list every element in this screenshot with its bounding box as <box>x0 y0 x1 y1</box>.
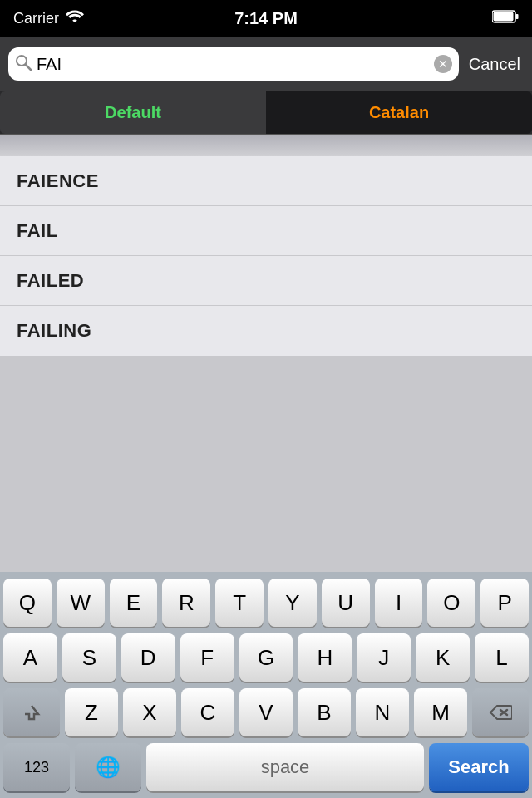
list-item[interactable]: FAIENCE <box>0 156 532 206</box>
keyboard-row-3: ZXCVBNM <box>3 688 529 736</box>
key-globe[interactable]: 🌐 <box>75 743 141 791</box>
status-bar: Carrier 7:14 PM <box>0 0 532 37</box>
key-l[interactable]: L <box>475 633 529 682</box>
status-left: Carrier <box>13 10 84 27</box>
key-y[interactable]: Y <box>268 579 317 627</box>
wifi-icon <box>66 10 84 27</box>
key-f[interactable]: F <box>180 633 234 682</box>
key-o[interactable]: O <box>427 579 475 627</box>
key-q[interactable]: Q <box>3 579 52 627</box>
divider-strip <box>0 135 532 156</box>
carrier-label: Carrier <box>13 10 59 27</box>
key-x[interactable]: X <box>123 688 176 736</box>
result-text: FAILED <box>17 270 84 292</box>
key-t[interactable]: T <box>215 579 264 627</box>
keyboard-rows: QWERTYUIOP ASDFGHJKL ZXCVBNM <box>0 572 532 736</box>
status-time: 7:14 PM <box>234 9 298 28</box>
svg-rect-2 <box>494 12 514 21</box>
list-item[interactable]: FAIL <box>0 206 532 256</box>
key-p[interactable]: P <box>480 579 529 627</box>
list-item[interactable]: FAILED <box>0 256 532 306</box>
key-k[interactable]: K <box>416 633 470 682</box>
battery-icon <box>492 10 519 27</box>
search-icon <box>15 54 32 74</box>
search-field-wrapper[interactable]: ✕ <box>8 47 459 81</box>
key-h[interactable]: H <box>298 633 352 682</box>
key-m[interactable]: M <box>414 688 467 736</box>
key-b[interactable]: B <box>298 688 351 736</box>
tab-catalan[interactable]: Catalan <box>266 91 532 134</box>
status-right <box>492 10 519 27</box>
key-e[interactable]: E <box>110 579 158 627</box>
key-d[interactable]: D <box>121 633 175 682</box>
key-z[interactable]: Z <box>65 688 118 736</box>
result-text: FAIL <box>17 220 58 242</box>
keyboard-row-2: ASDFGHJKL <box>3 633 529 682</box>
keyboard: QWERTYUIOP ASDFGHJKL ZXCVBNM 123 🌐 space… <box>0 572 532 798</box>
svg-line-4 <box>26 65 31 70</box>
key-g[interactable]: G <box>239 633 293 682</box>
search-bar: ✕ Cancel <box>0 37 532 91</box>
segment-control: Default Catalan <box>0 91 532 135</box>
tab-default[interactable]: Default <box>0 91 266 134</box>
result-text: FAIENCE <box>17 170 99 192</box>
key-numbers[interactable]: 123 <box>3 743 70 791</box>
keyboard-bottom-row: 123 🌐 space Search <box>0 736 532 798</box>
key-r[interactable]: R <box>162 579 210 627</box>
svg-rect-1 <box>516 14 519 19</box>
search-input[interactable] <box>37 55 429 74</box>
list-item[interactable]: FAILING <box>0 306 532 356</box>
key-s[interactable]: S <box>62 633 116 682</box>
key-j[interactable]: J <box>357 633 411 682</box>
key-n[interactable]: N <box>356 688 409 736</box>
results-list: FAIENCEFAILFAILEDFAILING <box>0 156 532 356</box>
key-w[interactable]: W <box>57 579 105 627</box>
clear-button[interactable]: ✕ <box>434 55 452 73</box>
key-c[interactable]: C <box>181 688 234 736</box>
key-a[interactable]: A <box>3 633 57 682</box>
cancel-button[interactable]: Cancel <box>466 55 524 74</box>
result-text: FAILING <box>17 320 91 342</box>
search-button[interactable]: Search <box>429 743 529 791</box>
shift-key[interactable] <box>3 688 60 736</box>
delete-key[interactable] <box>472 688 529 736</box>
key-v[interactable]: V <box>239 688 293 736</box>
key-space[interactable]: space <box>146 743 424 791</box>
keyboard-row-1: QWERTYUIOP <box>3 579 529 627</box>
key-u[interactable]: U <box>322 579 370 627</box>
key-i[interactable]: I <box>375 579 423 627</box>
